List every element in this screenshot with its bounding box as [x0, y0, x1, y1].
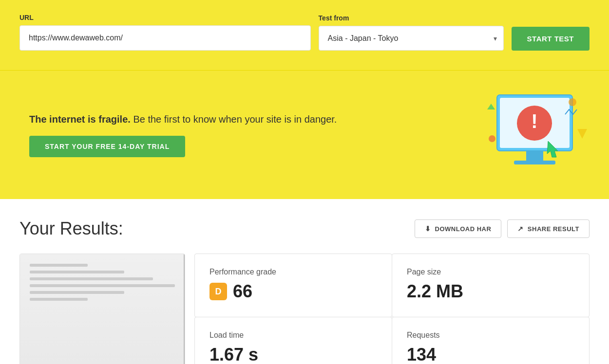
svg-rect-2	[526, 151, 543, 162]
top-section: URL Test from Asia - Japan - Tokyo Asia …	[0, 0, 609, 70]
start-test-button[interactable]: START TEST	[512, 27, 590, 51]
results-header: Your Results: DOWNLOAD HAR SHARE RESULT	[19, 218, 590, 239]
test-from-label: Test from	[319, 14, 504, 22]
metric-card-pagesize: Page size 2.2 MB	[392, 254, 590, 317]
preview-line	[30, 284, 175, 287]
performance-score: 66	[233, 281, 252, 302]
metric-label-requests: Requests	[407, 331, 574, 340]
banner-text-bold: The internet is fragile.	[29, 114, 131, 125]
results-title: Your Results:	[19, 218, 123, 239]
metric-card-requests: Requests 134	[392, 317, 590, 364]
pagesize-value: 2.2 MB	[407, 281, 463, 302]
metric-value-pagesize: 2.2 MB	[407, 281, 574, 302]
download-har-button[interactable]: DOWNLOAD HAR	[415, 219, 501, 238]
metric-card-loadtime: Load time 1.67 s	[194, 317, 392, 364]
metric-label-pagesize: Page size	[407, 268, 574, 276]
share-icon	[517, 225, 524, 233]
test-from-select-wrapper: Asia - Japan - Tokyo Asia - Singapore US…	[319, 26, 504, 51]
download-icon	[425, 225, 431, 233]
promo-banner: The internet is fragile. Be the first to…	[0, 70, 609, 199]
url-input[interactable]	[19, 25, 311, 51]
svg-rect-3	[514, 161, 555, 164]
screenshot-divider	[184, 254, 185, 364]
monitor-illustration: !	[482, 85, 590, 184]
banner-text: The internet is fragile. Be the first to…	[29, 112, 337, 126]
screenshot-card	[19, 254, 185, 364]
preview-line	[30, 291, 124, 294]
share-result-label: SHARE RESULT	[528, 225, 579, 233]
banner-left-content: The internet is fragile. Be the first to…	[29, 112, 337, 157]
download-har-label: DOWNLOAD HAR	[435, 225, 492, 233]
test-from-field-group: Test from Asia - Japan - Tokyo Asia - Si…	[319, 14, 504, 51]
share-result-button[interactable]: SHARE RESULT	[507, 219, 590, 238]
svg-point-9	[489, 135, 495, 142]
svg-point-7	[569, 98, 576, 106]
preview-line	[30, 271, 124, 273]
screenshot-preview	[20, 254, 185, 364]
metrics-grid: Performance grade D 66 Page size 2.2 MB …	[195, 254, 590, 364]
test-from-select[interactable]: Asia - Japan - Tokyo Asia - Singapore US…	[319, 26, 504, 51]
svg-text:!: !	[531, 110, 537, 132]
metric-label-loadtime: Load time	[209, 331, 377, 340]
svg-marker-8	[577, 129, 587, 139]
preview-line	[30, 277, 153, 280]
trial-cta-button[interactable]: START YOUR FREE 14-DAY TRIAL	[29, 136, 185, 157]
url-bar-row: URL Test from Asia - Japan - Tokyo Asia …	[19, 14, 590, 51]
banner-text-regular: Be the first to know when your site is i…	[131, 114, 337, 125]
svg-marker-10	[487, 104, 495, 109]
metric-value-requests: 134	[407, 345, 574, 364]
loadtime-value: 1.67 s	[209, 345, 258, 364]
metric-value-loadtime: 1.67 s	[209, 345, 377, 364]
metric-value-performance: D 66	[209, 281, 377, 302]
url-field-group: URL	[19, 14, 311, 51]
results-actions: DOWNLOAD HAR SHARE RESULT	[415, 219, 590, 238]
preview-line	[30, 264, 88, 267]
metric-label-performance: Performance grade	[209, 268, 377, 276]
metric-card-performance: Performance grade D 66	[194, 254, 392, 317]
url-label: URL	[19, 14, 311, 21]
results-section: Your Results: DOWNLOAD HAR SHARE RESULT	[0, 199, 609, 364]
requests-value: 134	[407, 345, 436, 364]
results-grid: Performance grade D 66 Page size 2.2 MB …	[19, 254, 590, 364]
preview-line	[30, 298, 88, 301]
grade-badge: D	[209, 283, 227, 300]
